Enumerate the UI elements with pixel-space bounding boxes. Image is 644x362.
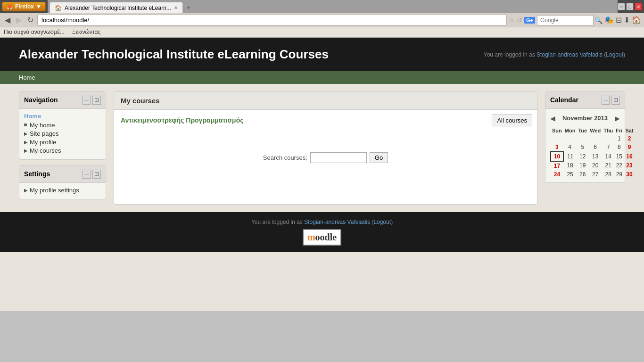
search-courses-label: Search courses: xyxy=(263,154,307,161)
address-bar[interactable] xyxy=(37,15,507,25)
cal-day[interactable]: 4 xyxy=(563,143,577,152)
nav-mycourses-item[interactable]: ▶ My courses xyxy=(24,147,101,154)
nav-myhome-item: My home xyxy=(24,122,101,129)
menu-icon[interactable]: ⊟ xyxy=(616,16,622,25)
cal-day[interactable]: 28 xyxy=(602,170,614,179)
cal-day[interactable]: 12 xyxy=(577,152,588,161)
cal-day[interactable]: 26 xyxy=(577,170,588,179)
forward-button[interactable]: ▶ xyxy=(14,15,24,25)
nav-mycourses-link[interactable]: My courses xyxy=(30,147,61,154)
settings-block-title: Settings xyxy=(24,170,50,178)
cal-day[interactable]: 1 xyxy=(614,134,624,143)
cal-day[interactable]: 2 xyxy=(624,134,635,143)
search-go-button[interactable]: Go xyxy=(370,152,388,163)
nav-block-minimize[interactable]: ─ xyxy=(83,96,91,105)
cal-day[interactable]: 24 xyxy=(551,170,563,179)
cal-header-tue: Tue xyxy=(577,127,588,134)
settings-block-move[interactable]: ⊡ xyxy=(92,170,101,179)
arrow-icon: ▶ xyxy=(24,148,28,153)
minimize-button[interactable]: ─ xyxy=(618,3,625,10)
header-username-link[interactable]: Stogian-andreas Vafeiadis xyxy=(537,51,603,58)
courses-block-title: My courses xyxy=(121,97,160,105)
nav-home-block-link[interactable]: Home xyxy=(24,113,101,120)
search-courses-input[interactable] xyxy=(310,152,367,163)
cal-day[interactable]: 23 xyxy=(624,161,635,170)
nav-sitepages-item[interactable]: ▶ Site pages xyxy=(24,130,101,137)
dropdown-icon: ▼ xyxy=(36,3,41,10)
cal-day[interactable]: 6 xyxy=(588,143,602,152)
nav-home-link[interactable]: Home xyxy=(19,74,35,81)
bullet-icon xyxy=(24,123,27,126)
cal-day[interactable]: 3 xyxy=(551,143,563,152)
cal-prev-button[interactable]: ◀ xyxy=(550,115,555,122)
reload-button[interactable]: ↻ xyxy=(25,15,35,25)
footer-username-link[interactable]: Stogian-andreas Vafeiadis xyxy=(304,219,370,225)
cal-header-sun: Sun xyxy=(551,127,563,134)
cal-day[interactable]: 8 xyxy=(614,143,624,152)
cal-day[interactable]: 14 xyxy=(602,152,614,161)
cal-day[interactable]: 10 xyxy=(551,152,563,161)
bookmark-getting-started[interactable]: Ξεκινώντας xyxy=(72,29,100,35)
navigation-block-title: Navigation xyxy=(24,96,58,104)
calendar-table: Sun Mon Tue Wed Thu Fri Sat 123456789101… xyxy=(550,127,636,179)
cal-day[interactable]: 16 xyxy=(624,152,635,161)
cal-day[interactable]: 27 xyxy=(588,170,602,179)
calendar-block-minimize[interactable]: ─ xyxy=(602,96,610,105)
close-button[interactable]: ✕ xyxy=(635,3,642,10)
cal-next-button[interactable]: ▶ xyxy=(615,115,620,122)
cal-day[interactable]: 22 xyxy=(614,161,624,170)
nav-sitepages-link[interactable]: Site pages xyxy=(30,130,58,137)
cal-header-fri: Fri xyxy=(614,127,624,134)
cal-day[interactable]: 20 xyxy=(588,161,602,170)
nav-profilesettings-item[interactable]: ▶ My profile settings xyxy=(24,187,101,194)
settings-block: Settings ─ ⊡ ▶ My profile settings xyxy=(19,165,106,199)
restore-button[interactable]: □ xyxy=(626,3,634,10)
cal-day xyxy=(563,134,577,143)
calendar-block-move[interactable]: ⊡ xyxy=(611,96,620,105)
cal-day[interactable]: 15 xyxy=(614,152,624,161)
home-icon[interactable]: 🏠 xyxy=(632,16,641,25)
back-button[interactable]: ◀ xyxy=(3,15,12,25)
cal-day[interactable]: 25 xyxy=(563,170,577,179)
cal-day[interactable]: 17 xyxy=(551,161,563,170)
cal-day[interactable]: 7 xyxy=(602,143,614,152)
star-icon[interactable]: ☆ xyxy=(509,16,515,24)
navigation-block: Navigation ─ ⊡ Home My home ▶ Site pages xyxy=(19,91,106,160)
course-link[interactable]: Αντικειμενοστρεφής Προγραμματισμός xyxy=(121,116,244,124)
bookmark-frequent[interactable]: Πιο συχνά αναγνωσμέ... xyxy=(4,29,65,35)
moodle-logo: moodle xyxy=(303,229,341,246)
nav-myprofile-link[interactable]: My profile xyxy=(30,139,56,146)
nav-myprofile-item[interactable]: ▶ My profile xyxy=(24,139,101,146)
search-courses-area: Search courses: Go xyxy=(121,152,530,163)
calendar-block-title: Calendar xyxy=(550,96,578,104)
download-icon[interactable]: ⬇ xyxy=(624,16,630,25)
header-logout-link[interactable]: Logout xyxy=(606,51,623,58)
cal-month-label: November 2013 xyxy=(562,115,608,122)
footer-logout-link[interactable]: Logout xyxy=(373,219,391,225)
cal-header-wed: Wed xyxy=(588,127,602,134)
nav-profilesettings-link[interactable]: My profile settings xyxy=(30,187,79,194)
all-courses-button[interactable]: All courses xyxy=(492,115,532,126)
cal-day[interactable]: 18 xyxy=(563,161,577,170)
tab-close-icon[interactable]: ✕ xyxy=(174,5,178,10)
reload-icon[interactable]: ↺ xyxy=(517,16,522,24)
addon-icon[interactable]: 🎭 xyxy=(604,16,614,25)
nav-myhome-link[interactable]: My home xyxy=(30,122,55,129)
cal-day[interactable]: 13 xyxy=(588,152,602,161)
new-tab-button[interactable]: + xyxy=(183,2,194,13)
cal-day[interactable]: 30 xyxy=(624,170,635,179)
cal-day[interactable]: 29 xyxy=(614,170,624,179)
site-footer: You are logged in as Stogian-andreas Vaf… xyxy=(0,212,644,252)
search-input[interactable] xyxy=(537,15,594,25)
calendar-block: Calendar ─ ⊡ ◀ November 2013 ▶ Sun Mon xyxy=(545,91,625,183)
cal-header-mon: Mon xyxy=(563,127,577,134)
cal-day[interactable]: 11 xyxy=(563,152,577,161)
cal-day[interactable]: 9 xyxy=(624,143,635,152)
cal-day[interactable]: 5 xyxy=(577,143,588,152)
active-tab[interactable]: 🏠 Alexander Technological Institute eLea… xyxy=(50,2,183,13)
cal-day[interactable]: 19 xyxy=(577,161,588,170)
firefox-button[interactable]: 🦊 Firefox ▼ xyxy=(2,2,46,11)
settings-block-minimize[interactable]: ─ xyxy=(83,170,91,179)
cal-day[interactable]: 21 xyxy=(602,161,614,170)
nav-block-move[interactable]: ⊡ xyxy=(92,96,101,105)
